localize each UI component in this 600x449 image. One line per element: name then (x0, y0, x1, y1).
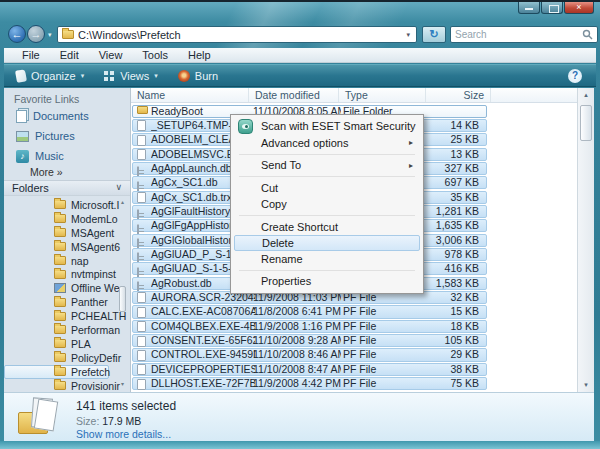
tree-scroll-thumb[interactable] (119, 286, 126, 312)
address-bar[interactable]: C:\Windows\Prefetch ▾ (57, 26, 417, 43)
tree-item-provisionir[interactable]: Provisionir (4, 379, 117, 392)
folder-icon (54, 214, 66, 223)
folder-icon (54, 353, 66, 362)
folders-band[interactable]: Folders ∨ (4, 180, 130, 196)
context-menu-item-properties[interactable]: Properties (232, 273, 422, 290)
context-menu-item-create-shortcut[interactable]: Create Shortcut (232, 219, 422, 236)
toolbar-organize-button[interactable]: Organize▾ (16, 70, 84, 82)
column-headers: NameDate modifiedTypeSize (131, 88, 577, 103)
table-row[interactable]: DEVICEPROPERTIES.EX...11/10/2008 8:47 AM… (131, 362, 577, 376)
maximize-button[interactable] (541, 2, 563, 14)
table-row[interactable]: COM4QLBEX.EXE-4BA...11/9/2008 1:16 PMPF … (131, 319, 577, 333)
scroll-thumb[interactable] (580, 105, 592, 141)
context-menu-item-cut[interactable]: Cut (232, 180, 422, 197)
tree-item-performan[interactable]: Performan (4, 323, 117, 337)
context-menu-item-delete[interactable]: Delete (234, 235, 420, 251)
tree-item-nap[interactable]: nap (4, 254, 117, 268)
refresh-button[interactable]: ↻ (422, 26, 446, 43)
table-row[interactable]: CALC.EXE-AC08706A.pf11/8/2008 6:41 PMPF … (131, 305, 577, 319)
back-button[interactable]: ← (8, 25, 26, 43)
tree-item-panther[interactable]: Panther (4, 295, 117, 309)
menu-help[interactable]: Help (178, 48, 221, 62)
menu-separator (239, 176, 415, 177)
recent-pages-dropdown-icon[interactable]: ▾ (48, 31, 52, 39)
more-links[interactable]: More » (30, 166, 63, 178)
tree-item-label: Prefetch (71, 366, 110, 378)
help-icon[interactable] (568, 69, 582, 83)
context-menu-label: Create Shortcut (261, 221, 338, 233)
column-header-type[interactable]: Type (339, 88, 426, 102)
column-header-date-modified[interactable]: Date modified (249, 88, 339, 102)
folder-icon (54, 200, 66, 209)
file-size: 32 KB (421, 291, 479, 303)
context-menu-label: Send To (261, 159, 301, 171)
tree-item-msagent6[interactable]: MSAgent6 (4, 240, 117, 254)
size-value: 17.9 MB (102, 415, 141, 427)
context-menu-item-scan-with-eset-smart-security[interactable]: Scan with ESET Smart Security (232, 118, 422, 135)
show-more-details-link[interactable]: Show more details... (76, 428, 171, 440)
tree-item-prefetch[interactable]: Prefetch (4, 365, 109, 379)
address-dropdown-icon[interactable]: ▾ (404, 31, 412, 39)
tree-item-msagent[interactable]: MSAgent (4, 226, 117, 240)
tree-scroll-up-icon[interactable]: ▴ (118, 198, 127, 207)
context-menu-label: Cut (261, 182, 278, 194)
context-menu-item-send-to[interactable]: Send To▸ (232, 157, 422, 174)
toolbar-label: Burn (195, 70, 218, 82)
offline-web-icon (54, 283, 66, 293)
sidebar-item-documents[interactable]: Documents (4, 106, 130, 126)
tree-scrollbar[interactable]: ▴ ▾ (118, 198, 127, 389)
tree-item-pla[interactable]: PLA (4, 337, 117, 351)
menu-view[interactable]: View (89, 48, 133, 62)
tree-item-label: nvtmpinst (71, 268, 116, 280)
column-header-name[interactable]: Name (131, 88, 249, 102)
column-header-size[interactable]: Size (426, 88, 491, 102)
context-menu-item-advanced-options[interactable]: Advanced options▸ (232, 135, 422, 152)
file-size: 327 KB (421, 162, 479, 174)
table-row[interactable]: DLLHOST.EXE-72F7BD...11/9/2008 4:42 PMPF… (131, 377, 577, 391)
navigation-pane: Favorite Links DocumentsPicturesMusic Mo… (4, 88, 130, 392)
scroll-down-icon[interactable]: ▾ (578, 378, 594, 392)
file-name: CALC.EXE-AC08706A.pf (151, 305, 255, 317)
close-button[interactable]: × (564, 2, 594, 14)
file-type: PF File (343, 363, 427, 375)
sidebar-item-label: Documents (33, 110, 89, 122)
chevron-down-icon: ▾ (81, 72, 85, 80)
folder-icon (62, 30, 74, 39)
tree-item-microsoft-i[interactable]: Microsoft.I (4, 198, 117, 212)
forward-button[interactable]: → (27, 25, 45, 43)
file-icon (137, 364, 146, 375)
tree-scroll-down-icon[interactable]: ▾ (118, 380, 127, 389)
search-input[interactable] (455, 29, 582, 40)
sidebar-item-music[interactable]: Music (4, 146, 130, 166)
vertical-scrollbar[interactable]: ▴ ▾ (577, 88, 594, 392)
context-menu-item-copy[interactable]: Copy (232, 196, 422, 213)
toolbar-burn-button[interactable]: Burn (178, 70, 218, 82)
context-menu-label: Rename (261, 253, 303, 265)
context-menu-item-rename[interactable]: Rename (232, 251, 422, 268)
tree-item-modemlo[interactable]: ModemLo (4, 212, 117, 226)
toolbar-label: Views (120, 70, 149, 82)
toolbar-views-button[interactable]: Views▾ (104, 70, 158, 82)
menu-edit[interactable]: Edit (50, 48, 89, 62)
menu-file[interactable]: File (12, 48, 50, 62)
scroll-up-icon[interactable]: ▴ (578, 88, 594, 102)
folder-tree: Microsoft.IModemLoMSAgentMSAgent6napnvtm… (4, 198, 117, 392)
menu-tools[interactable]: Tools (132, 48, 178, 62)
folder-icon (54, 228, 66, 237)
tree-item-nvtmpinst[interactable]: nvtmpinst (4, 267, 117, 281)
table-row[interactable]: CONTROL.EXE-9459D5...11/10/2008 8:46 AMP… (131, 348, 577, 362)
address-path[interactable]: C:\Windows\Prefetch (78, 29, 404, 41)
sidebar-item-pictures[interactable]: Pictures (4, 126, 130, 146)
minimize-button[interactable] (518, 2, 540, 14)
file-date-modified: 11/10/2008 8:46 AM (253, 348, 341, 360)
tree-item-pchealth[interactable]: PCHEALTH (4, 309, 117, 323)
tree-item-policydefir[interactable]: PolicyDefir (4, 351, 117, 365)
tree-item-offline-we[interactable]: Offline We (4, 281, 117, 295)
file-type: PF File (343, 377, 427, 389)
eset-icon (238, 119, 253, 134)
file-type: PF File (343, 334, 427, 346)
file-date-modified: 11/9/2008 1:16 PM (253, 320, 341, 332)
table-row[interactable]: CONSENT.EXE-65F620...11/10/2008 9:28 AMP… (131, 334, 577, 348)
folder-icon (54, 312, 66, 321)
file-name: COM4QLBEX.EXE-4BA... (151, 320, 255, 332)
